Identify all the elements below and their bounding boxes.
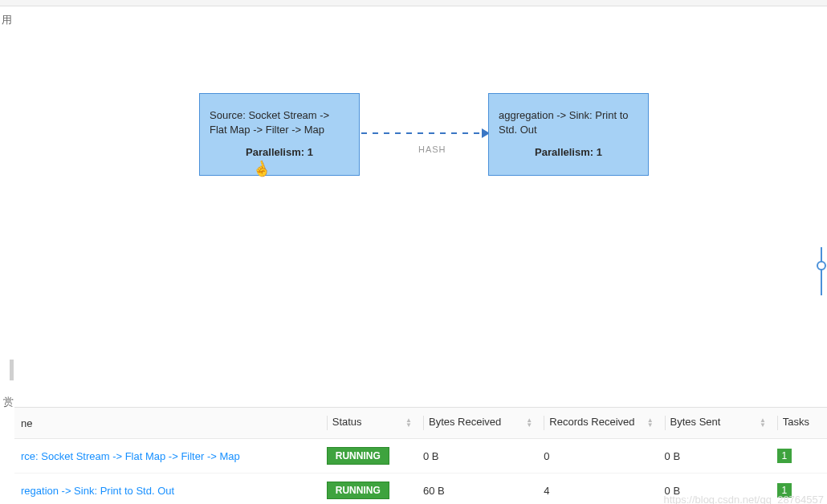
- sort-icon[interactable]: ▲▼: [647, 418, 654, 428]
- left-panel-edge: 用 赏: [0, 6, 14, 408]
- col-header-bytesrec-label: Bytes Received: [429, 416, 501, 428]
- col-header-tasks-label: Tasks: [783, 416, 809, 428]
- edge-label: HASH: [418, 144, 446, 154]
- col-header-bytes-sent[interactable]: Bytes Sent▲▼: [658, 408, 771, 439]
- col-header-status[interactable]: Status▲▼: [320, 408, 417, 439]
- zoom-slider-track[interactable]: [821, 247, 822, 295]
- table-row: regation -> Sink: Print to Std. Out RUNN…: [14, 474, 827, 505]
- graph-edge: [361, 132, 487, 134]
- task-count-badge: 1: [777, 449, 792, 463]
- col-header-name[interactable]: ne: [14, 408, 320, 439]
- col-divider: [665, 416, 666, 430]
- row-name-link[interactable]: regation -> Sink: Print to Std. Out: [21, 485, 174, 497]
- side-char-bottom: 赏: [3, 395, 14, 409]
- top-bar: [0, 0, 827, 6]
- status-badge: RUNNING: [327, 482, 389, 499]
- graph-node-sink[interactable]: aggregation -> Sink: Print to Std. Out P…: [488, 93, 649, 176]
- subtask-table: ne Status▲▼ Bytes Received▲▼ Records Rec…: [14, 408, 827, 504]
- table-header-row: ne Status▲▼ Bytes Received▲▼ Records Rec…: [14, 408, 827, 439]
- cell-records-received: 0: [537, 439, 658, 474]
- subtask-table-container: ⋯ ne Status▲▼ Bytes Received▲▼ Records R…: [14, 408, 827, 504]
- col-header-records-received[interactable]: Records Received▲▼: [537, 408, 658, 439]
- side-divider: [10, 360, 14, 380]
- col-header-bytessent-label: Bytes Sent: [670, 416, 721, 428]
- job-graph-canvas[interactable]: Source: Socket Stream -> Flat Map -> Fil…: [14, 6, 827, 408]
- zoom-slider-handle[interactable]: [817, 261, 826, 270]
- graph-node-source[interactable]: Source: Socket Stream -> Flat Map -> Fil…: [199, 93, 360, 176]
- cell-bytes-sent: 0 B: [658, 474, 771, 505]
- cell-bytes-sent: 0 B: [658, 439, 771, 474]
- node-parallelism: Parallelism: 1: [210, 145, 349, 160]
- col-divider: [327, 416, 328, 430]
- task-count-badge: 1: [777, 483, 792, 498]
- status-badge: RUNNING: [327, 447, 389, 465]
- sort-icon[interactable]: ▲▼: [526, 418, 532, 428]
- sort-icon[interactable]: ▲▼: [405, 418, 412, 428]
- node-label: Source: Socket Stream -> Flat Map -> Fil…: [210, 108, 349, 137]
- col-header-bytes-received[interactable]: Bytes Received▲▼: [417, 408, 537, 439]
- cell-bytes-received: 0 B: [417, 439, 537, 474]
- sort-icon[interactable]: ▲▼: [760, 418, 766, 428]
- col-header-recrec-label: Records Received: [549, 416, 634, 428]
- node-label: aggregation -> Sink: Print to Std. Out: [499, 108, 638, 137]
- node-parallelism: Parallelism: 1: [499, 145, 638, 160]
- col-divider: [423, 416, 424, 430]
- col-header-name-label: ne: [21, 417, 32, 429]
- row-name-link[interactable]: rce: Socket Stream -> Flat Map -> Filter…: [21, 450, 240, 462]
- col-divider: [544, 416, 544, 430]
- table-row: rce: Socket Stream -> Flat Map -> Filter…: [14, 439, 827, 474]
- cell-records-received: 4: [537, 474, 658, 505]
- col-header-status-label: Status: [332, 416, 362, 428]
- side-char-top: 用: [0, 6, 14, 34]
- cell-bytes-received: 60 B: [417, 474, 537, 505]
- col-header-tasks[interactable]: Tasks: [771, 408, 827, 439]
- col-divider: [777, 416, 778, 430]
